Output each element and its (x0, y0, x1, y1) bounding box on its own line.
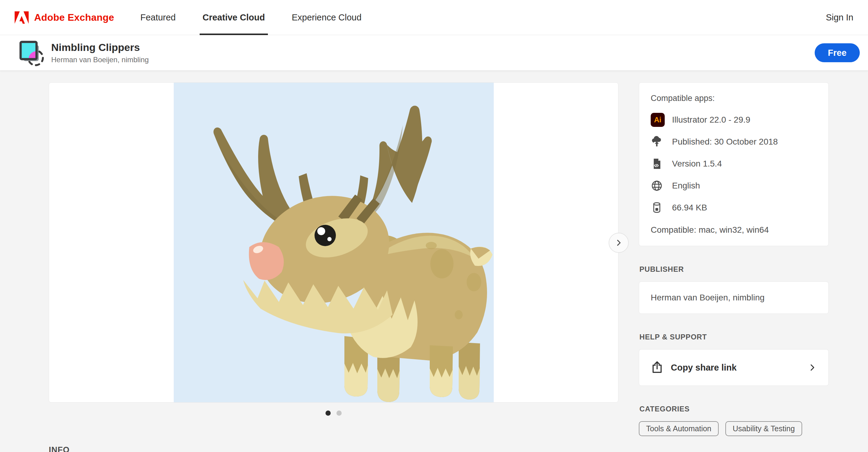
listing-titles: Nimbling Clippers Herman van Boeijen, ni… (51, 41, 149, 64)
copy-share-link-label-group: Copy share link (651, 361, 737, 374)
nav-item-featured[interactable]: Featured (137, 0, 179, 35)
page-publisher-subtitle: Herman van Boeijen, nimbling (51, 56, 149, 64)
language-value: English (672, 181, 700, 191)
size-row: 66.94 KB (651, 201, 817, 215)
category-chip-tools-automation[interactable]: Tools & Automation (639, 421, 719, 436)
carousel-dots (49, 411, 618, 417)
sign-in-link[interactable]: Sign In (826, 12, 854, 23)
top-navigation: Adobe Exchange Featured Creative Cloud E… (0, 0, 868, 35)
page-title: Nimbling Clippers (51, 41, 149, 53)
os-compatibility-value: Compatible: mac, win32, win64 (651, 225, 817, 235)
compatibility-card: Compatible apps: Ai Illustrator 22.0 - 2… (639, 82, 829, 246)
chevron-right-icon (808, 363, 817, 372)
adobe-exchange-logo[interactable]: Adobe Exchange (14, 11, 114, 24)
carousel-next-button[interactable] (609, 233, 629, 253)
illustrator-app-icon: Ai (651, 113, 665, 127)
publisher-card[interactable]: Herman van Boeijen, nimbling (639, 282, 829, 314)
carousel-dot-2[interactable] (337, 411, 342, 416)
brand-name: Adobe Exchange (34, 12, 114, 23)
clipping-mask-app-icon (17, 39, 44, 67)
chevron-right-icon (614, 238, 623, 247)
listing-header: Nimbling Clippers Herman van Boeijen, ni… (0, 35, 868, 71)
compatible-apps-label: Compatible apps: (651, 94, 817, 103)
category-chip-usability-testing[interactable]: Usability & Testing (725, 421, 802, 436)
file-version-icon (651, 157, 665, 171)
app-compatibility-value: Illustrator 22.0 - 29.9 (672, 115, 750, 125)
cloud-upload-icon (651, 135, 665, 149)
nav-item-experience-cloud[interactable]: Experience Cloud (289, 0, 365, 35)
published-value: Published: 30 October 2018 (672, 137, 778, 147)
copy-share-link-label: Copy share link (671, 363, 737, 373)
published-row: Published: 30 October 2018 (651, 135, 817, 149)
nav-item-creative-cloud[interactable]: Creative Cloud (199, 0, 268, 35)
storage-icon (651, 201, 665, 215)
version-value: Version 1.5.4 (672, 159, 722, 169)
copy-share-link-card[interactable]: Copy share link (639, 349, 829, 386)
help-section-heading: HELP & SUPPORT (640, 333, 829, 341)
media-carousel (49, 82, 618, 403)
info-section-heading: INFO (49, 445, 70, 452)
reindeer-illustration (174, 83, 494, 402)
category-chips: Tools & Automation Usability & Testing (639, 421, 829, 436)
publisher-section-heading: PUBLISHER (640, 265, 829, 274)
adobe-logo-icon (14, 11, 29, 24)
publisher-name: Herman van Boeijen, nimbling (651, 293, 765, 302)
version-row: Version 1.5.4 (651, 157, 817, 171)
primary-nav: Featured Creative Cloud Experience Cloud (137, 0, 385, 35)
details-sidebar: Compatible apps: Ai Illustrator 22.0 - 2… (639, 82, 829, 436)
free-acquire-button[interactable]: Free (815, 43, 860, 62)
compatibility-row-illustrator: Ai Illustrator 22.0 - 29.9 (651, 113, 817, 127)
globe-icon (651, 179, 665, 193)
carousel-dot-1[interactable] (326, 411, 331, 416)
size-value: 66.94 KB (672, 203, 707, 213)
main-content: INFO Compatible apps: Ai Illustrator 22.… (0, 71, 868, 452)
share-icon (651, 361, 663, 374)
language-row: English (651, 179, 817, 193)
categories-section-heading: CATEGORIES (640, 405, 829, 413)
carousel-slide-reindeer-illustration (174, 83, 494, 402)
